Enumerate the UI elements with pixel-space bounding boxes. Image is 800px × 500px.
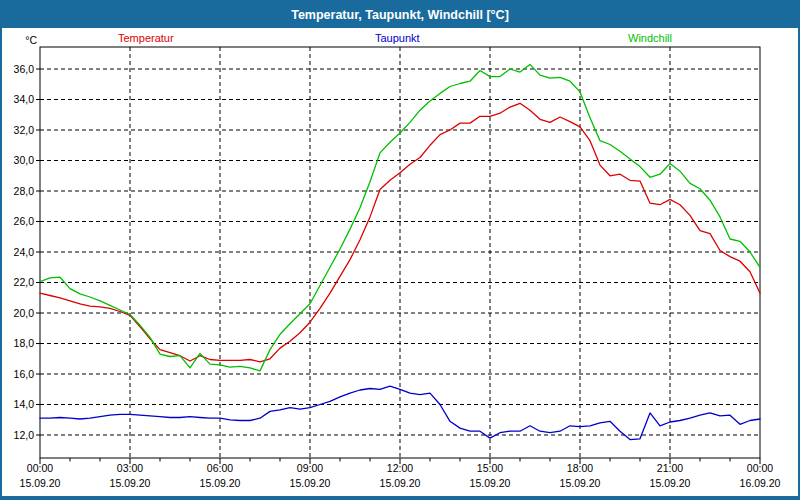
x-tick-time: 15:00 xyxy=(477,462,503,474)
x-tick-time: 00:00 xyxy=(747,462,773,474)
x-tick-date: 15.09.20 xyxy=(560,477,601,489)
x-tick-time: 18:00 xyxy=(567,462,593,474)
y-tick-label: 34,0 xyxy=(14,93,35,105)
y-tick-label: 36,0 xyxy=(14,63,35,75)
y-tick-label: 28,0 xyxy=(14,185,35,197)
chart-window: Temperatur, Taupunkt, Windchill [°C] Tem… xyxy=(0,0,800,500)
y-tick-label: 12,0 xyxy=(14,429,35,441)
x-tick-time: 00:00 xyxy=(27,462,53,474)
x-tick-time: 12:00 xyxy=(387,462,413,474)
y-tick-label: 18,0 xyxy=(14,337,35,349)
y-tick-label: 16,0 xyxy=(14,368,35,380)
y-tick-label: 26,0 xyxy=(14,215,35,227)
x-tick-time: 06:00 xyxy=(207,462,233,474)
x-tick-date: 15.09.20 xyxy=(20,477,61,489)
y-tick-label: 22,0 xyxy=(14,276,35,288)
y-tick-label: 20,0 xyxy=(14,307,35,319)
chart-plot-area: 36,034,032,030,028,026,024,022,020,018,0… xyxy=(2,2,798,496)
x-tick-date: 15.09.20 xyxy=(110,477,151,489)
x-tick-date: 16.09.20 xyxy=(740,477,781,489)
x-tick-time: 09:00 xyxy=(297,462,323,474)
x-tick-date: 15.09.20 xyxy=(650,477,691,489)
y-tick-label: 30,0 xyxy=(14,154,35,166)
y-axis-unit-label: °C xyxy=(25,34,37,46)
x-tick-date: 15.09.20 xyxy=(290,477,331,489)
x-tick-time: 21:00 xyxy=(657,462,683,474)
x-tick-date: 15.09.20 xyxy=(380,477,421,489)
y-tick-label: 14,0 xyxy=(14,398,35,410)
y-tick-label: 32,0 xyxy=(14,124,35,136)
x-tick-time: 03:00 xyxy=(117,462,143,474)
y-tick-label: 24,0 xyxy=(14,246,35,258)
x-tick-date: 15.09.20 xyxy=(200,477,241,489)
x-tick-date: 15.09.20 xyxy=(470,477,511,489)
